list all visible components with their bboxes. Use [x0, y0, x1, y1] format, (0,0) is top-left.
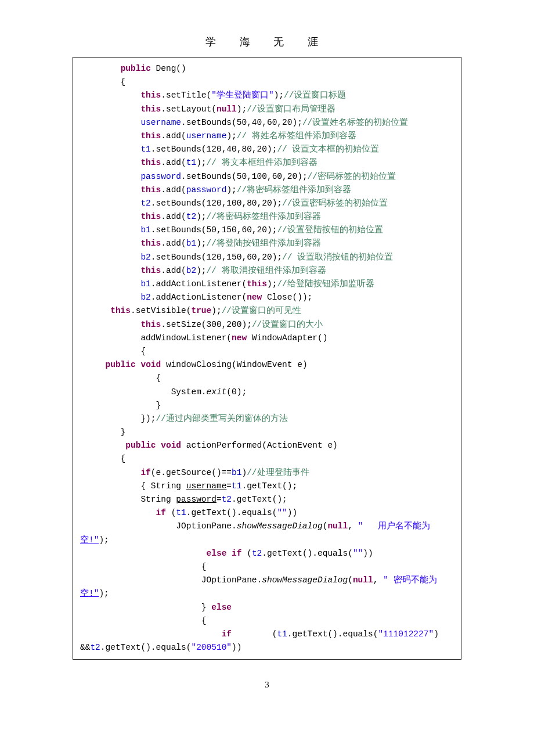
code-line: this.add(password);//将密码标签组件添加到容器 — [80, 185, 351, 195]
page-number: 3 — [0, 680, 534, 690]
code-line: addWindowListener(new WindowAdapter() — [80, 333, 327, 343]
page-header: 学 海 无 涯 — [0, 35, 534, 49]
code-block: public Deng() { this.setTitle("学生登陆窗口");… — [73, 57, 461, 660]
code-line: if (t1.getText().equals("111012227") &&t… — [80, 629, 439, 652]
code-line: t2.setBounds(120,100,80,20);//设置密码标签的初始位… — [80, 199, 388, 208]
code-line: this.setSize(300,200);//设置窗口的大小 — [80, 320, 323, 329]
code-line: String password=t2.getText(); — [80, 495, 287, 504]
code-line: b1.setBounds(50,150,60,20);//设置登陆按钮的初始位置 — [80, 225, 383, 235]
code-line: b2.setBounds(120,150,60,20);// 设置取消按钮的初始… — [80, 253, 393, 262]
code-line: JOptionPane.showMessageDialog(null, " 用户… — [80, 521, 430, 544]
code-line: { String username=t1.getText(); — [80, 481, 297, 491]
code-line: } — [80, 401, 161, 410]
code-line: { — [80, 616, 207, 625]
code-line: username.setBounds(50,40,60,20);//设置姓名标签… — [80, 118, 408, 127]
code-line: public void windowClosing(WindowEvent e) — [80, 360, 308, 369]
code-line: public void actionPerformed(ActionEvent … — [80, 441, 338, 450]
code-line: this.setLayout(null);//设置窗口布局管理器 — [80, 105, 335, 114]
code-line: this.setVisible(true);//设置窗口的可见性 — [80, 306, 301, 315]
code-line: { — [80, 347, 146, 356]
code-line: b1.addActionListener(this);//给登陆按钮添加监听器 — [80, 279, 374, 289]
code-line: { — [80, 77, 125, 87]
code-line: if(e.getSource()==b1)//处理登陆事件 — [80, 468, 309, 477]
code-line: JOptionPane.showMessageDialog(null, " 密码… — [80, 575, 437, 598]
code-line: } else — [80, 603, 232, 612]
code-line: this.add(username);// 将姓名标签组件添加到容器 — [80, 131, 356, 141]
code-line: this.add(t2);//将密码标签组件添加到容器 — [80, 212, 321, 221]
code-line: } — [80, 427, 125, 437]
code-line: password.setBounds(50,100,60,20);//密码标签的… — [80, 172, 396, 181]
code-line: public Deng() — [80, 64, 186, 73]
page: 学 海 无 涯 public Deng() { this.setTitle("学… — [0, 0, 534, 713]
code-line: if (t1.getText().equals("")) — [80, 508, 297, 517]
code-line: { — [80, 562, 207, 571]
code-line: { — [80, 454, 125, 463]
code-line: this.add(b1);//将登陆按钮组件添加到容器 — [80, 239, 321, 248]
code-line: this.add(b2);// 将取消按钮组件添加到容器 — [80, 266, 326, 275]
code-line: { — [80, 373, 161, 383]
code-line: this.add(t1);// 将文本框组件添加到容器 — [80, 158, 317, 167]
code-line: this.setTitle("学生登陆窗口");//设置窗口标题 — [80, 91, 346, 100]
code-line: System.exit(0); — [80, 387, 247, 397]
code-line: t1.setBounds(120,40,80,20);// 设置文本框的初始位置 — [80, 145, 379, 154]
code-line: else if (t2.getText().equals("")) — [80, 549, 373, 558]
code-line: });//通过内部类重写关闭窗体的方法 — [80, 414, 288, 423]
code-line: b2.addActionListener(new Close()); — [80, 293, 312, 302]
